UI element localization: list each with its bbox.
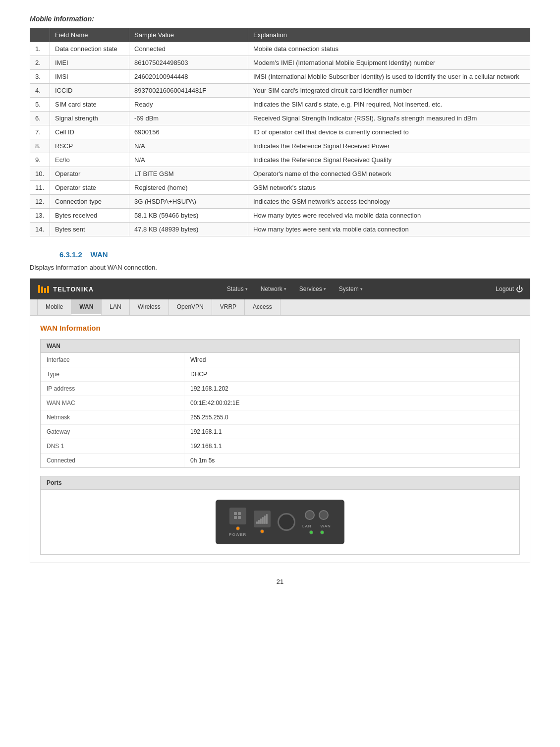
wan-info-row: IP address 192.168.1.202 xyxy=(41,382,519,396)
logout-label: Logout xyxy=(496,286,514,292)
tab-lan[interactable]: LAN xyxy=(102,299,129,315)
cell-num: 1. xyxy=(30,42,50,56)
nav-network[interactable]: Network ▾ xyxy=(255,283,292,295)
wan-rows: Interface Wired Type DHCP IP address 192… xyxy=(41,353,519,467)
wan-port xyxy=(319,510,329,520)
tab-mobile[interactable]: Mobile xyxy=(37,299,71,315)
wan-info-row: Interface Wired xyxy=(41,353,519,367)
cell-num: 14. xyxy=(30,223,50,236)
cell-explanation: How many bytes were received via mobile … xyxy=(248,209,530,223)
cell-num: 7. xyxy=(30,125,50,139)
wan-info-row: Connected 0h 1m 5s xyxy=(41,454,519,467)
device-ports-section: LAN WAN xyxy=(302,510,331,534)
bar3 xyxy=(260,518,262,524)
cell-num: 6. xyxy=(30,112,50,125)
wan-info-title: WAN Information xyxy=(40,324,520,332)
cell-field: Operator state xyxy=(50,181,129,195)
grid-icon xyxy=(233,511,243,521)
wan-row-label: Interface xyxy=(41,353,184,367)
wan-row-value: 0h 1m 5s xyxy=(184,454,221,467)
cell-num: 8. xyxy=(30,139,50,153)
cell-explanation: IMSI (International Mobile Subscriber Id… xyxy=(248,70,530,84)
logout-icon: ⏻ xyxy=(516,285,523,293)
tab-wan[interactable]: WAN xyxy=(71,299,102,315)
tab-access[interactable]: Access xyxy=(245,299,280,315)
wan-row-value: DHCP xyxy=(184,367,213,381)
wan-row-label: DNS 1 xyxy=(41,439,184,453)
wan-info-row: Type DHCP xyxy=(41,367,519,382)
table-row: 10. Operator LT BITE GSM Operator's name… xyxy=(30,167,530,181)
bar6 xyxy=(266,514,268,524)
device-power-icon xyxy=(229,508,246,524)
device-signal-icon xyxy=(254,511,271,527)
nav-status[interactable]: Status ▾ xyxy=(221,283,254,295)
wan-dot xyxy=(320,530,324,534)
device-signal-section xyxy=(254,511,271,533)
subsection-heading: 6.3.1.2 WAN xyxy=(59,250,530,259)
table-row: 7. Cell ID 6900156 ID of operator cell t… xyxy=(30,125,530,139)
cell-value: Connected xyxy=(129,42,248,56)
cell-explanation: GSM network's status xyxy=(248,181,530,195)
wan-row-label: Connected xyxy=(41,454,184,467)
wan-row-value: 192.168.1.1 xyxy=(184,425,227,439)
cell-field: Signal strength xyxy=(50,112,129,125)
power-dot xyxy=(236,526,240,530)
router-ui-frame: TELTONIKA Status ▾ Network ▾ Services ▾ … xyxy=(30,278,530,563)
port-labels-row: LAN WAN xyxy=(302,524,331,528)
cell-explanation: Indicates the Reference Signal Received … xyxy=(248,139,530,153)
cell-num: 2. xyxy=(30,56,50,70)
ports-image-area: POWER xyxy=(41,490,519,554)
signal-bars xyxy=(256,514,268,524)
cell-field: Operator xyxy=(50,167,129,181)
cell-field: Bytes received xyxy=(50,209,129,223)
cell-field: IMEI xyxy=(50,56,129,70)
bar4 xyxy=(262,517,264,524)
device-main-port xyxy=(278,513,295,531)
cell-explanation: Modem's IMEI (International Mobile Equip… xyxy=(248,56,530,70)
nav-services-label: Services xyxy=(299,286,322,292)
subsection-number: 6.3.1.2 xyxy=(59,250,82,259)
main-port-circle xyxy=(278,513,295,531)
svg-rect-6 xyxy=(234,516,237,519)
wan-info-row: WAN MAC 00:1E:42:00:02:1E xyxy=(41,396,519,410)
router-device-illustration: POWER xyxy=(216,500,344,544)
router-logo: TELTONIKA xyxy=(37,282,94,296)
bar1 xyxy=(256,521,258,524)
subsection-title: WAN xyxy=(91,250,108,259)
logout-button[interactable]: Logout ⏻ xyxy=(496,285,523,293)
tab-vrrp[interactable]: VRRP xyxy=(212,299,245,315)
table-row: 6. Signal strength -69 dBm Received Sign… xyxy=(30,112,530,125)
cell-num: 9. xyxy=(30,153,50,167)
section-heading: Mobile information: xyxy=(30,15,530,23)
cell-field: IMSI xyxy=(50,70,129,84)
cell-num: 11. xyxy=(30,181,50,195)
cell-field: Connection type xyxy=(50,195,129,209)
col-explanation: Explanation xyxy=(248,28,530,42)
cell-value: -69 dBm xyxy=(129,112,248,125)
subsection-description: Displays information about WAN connectio… xyxy=(30,264,530,271)
cell-explanation: How many bytes were sent via mobile data… xyxy=(248,223,530,236)
svg-rect-2 xyxy=(44,288,46,293)
cell-value: 8937002160600414481F xyxy=(129,84,248,98)
lan-label: LAN xyxy=(302,524,312,528)
port-dots-indicators xyxy=(309,530,324,534)
svg-rect-5 xyxy=(238,512,241,515)
table-header-row: Field Name Sample Value Explanation xyxy=(30,28,530,42)
col-field: Field Name xyxy=(50,28,129,42)
cell-field: SIM card state xyxy=(50,98,129,112)
svg-rect-0 xyxy=(38,285,40,293)
nav-services[interactable]: Services ▾ xyxy=(293,283,332,295)
tab-wireless[interactable]: Wireless xyxy=(130,299,169,315)
router-tabs: Mobile WAN LAN Wireless OpenVPN VRRP Acc… xyxy=(30,299,530,316)
table-row: 11. Operator state Registered (home) GSM… xyxy=(30,181,530,195)
page-number: 21 xyxy=(30,578,530,585)
nav-system[interactable]: System ▾ xyxy=(333,283,369,295)
table-row: 9. Ec/Io N/A Indicates the Reference Sig… xyxy=(30,153,530,167)
tab-openvpn[interactable]: OpenVPN xyxy=(169,299,212,315)
col-num xyxy=(30,28,50,42)
wan-row-label: Gateway xyxy=(41,425,184,439)
cell-value: 58.1 KB (59466 bytes) xyxy=(129,209,248,223)
logo-text: TELTONIKA xyxy=(53,286,94,293)
nav-network-label: Network xyxy=(261,286,282,292)
mobile-info-table: Field Name Sample Value Explanation 1. D… xyxy=(30,28,530,236)
